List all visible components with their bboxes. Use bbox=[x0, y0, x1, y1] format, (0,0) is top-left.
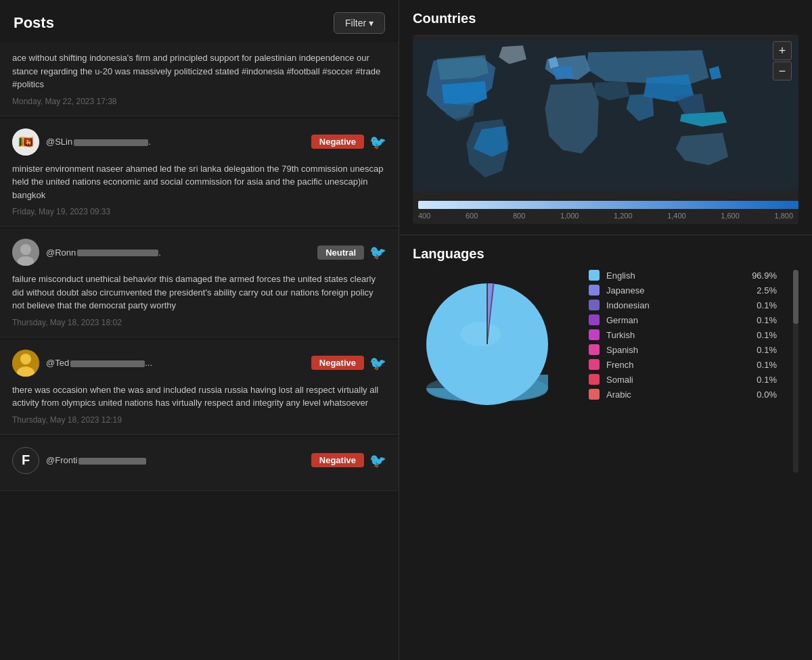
post-header: @Ronn. Neutral 🐦 bbox=[12, 239, 386, 266]
posts-title: Posts bbox=[14, 14, 54, 32]
language-color-swatch bbox=[589, 359, 600, 370]
language-legend: English 96.9% Japanese 2.5% Indonesian 0… bbox=[589, 270, 780, 400]
language-name: Japanese bbox=[606, 285, 740, 296]
post-card: @Ronn. Neutral 🐦 failure misconduct unet… bbox=[0, 229, 399, 337]
languages-content: English 96.9% Japanese 2.5% Indonesian 0… bbox=[413, 270, 798, 649]
map-axis: 400 600 800 1,000 1,200 1,400 1,600 1,80… bbox=[413, 210, 798, 220]
posts-header: Posts Filter ▾ bbox=[0, 0, 399, 42]
list-item: French 0.1% bbox=[589, 359, 777, 370]
list-item: Arabic 0.0% bbox=[589, 389, 777, 400]
world-map: + − bbox=[413, 34, 798, 224]
avatar bbox=[12, 350, 39, 377]
twitter-icon: 🐦 bbox=[369, 452, 386, 469]
twitter-icon: 🐦 bbox=[369, 355, 386, 371]
post-text: ace without shifting indonesia's firm an… bbox=[12, 51, 386, 91]
language-percent: 0.1% bbox=[746, 330, 777, 340]
language-percent: 0.1% bbox=[746, 375, 777, 385]
post-text: there was occasion when the was and incl… bbox=[12, 383, 386, 410]
post-user: F @Fronti bbox=[12, 447, 146, 474]
posts-list: ace without shifting indonesia's firm an… bbox=[0, 42, 399, 660]
language-name: English bbox=[606, 270, 740, 281]
list-item: English 96.9% bbox=[589, 270, 777, 281]
posts-panel: Posts Filter ▾ ace without shifting indo… bbox=[0, 0, 399, 660]
language-color-swatch bbox=[589, 285, 600, 296]
scrollbar-track[interactable] bbox=[793, 270, 798, 473]
avatar: 🇱🇰 bbox=[12, 128, 39, 156]
language-name: French bbox=[606, 360, 740, 370]
language-percent: 0.1% bbox=[746, 360, 777, 370]
svg-point-6 bbox=[20, 354, 31, 364]
language-percent: 0.1% bbox=[746, 345, 777, 355]
countries-title: Countries bbox=[413, 11, 798, 26]
language-color-swatch bbox=[589, 300, 600, 310]
username: @Ted... bbox=[46, 358, 152, 368]
svg-text:🇱🇰: 🇱🇰 bbox=[18, 135, 34, 149]
avatar bbox=[12, 239, 39, 266]
language-percent: 0.0% bbox=[746, 390, 777, 400]
post-date: Friday, May 19, 2023 09:33 bbox=[12, 207, 386, 216]
post-date: Thursday, May 18, 2023 18:02 bbox=[12, 318, 386, 327]
language-color-swatch bbox=[589, 314, 600, 325]
post-user: @Ted... bbox=[12, 350, 152, 377]
post-text: minister environment naseer ahamed led t… bbox=[12, 162, 386, 202]
language-color-swatch bbox=[589, 270, 600, 281]
languages-title: Languages bbox=[413, 246, 798, 262]
badge-actions: Negative 🐦 bbox=[311, 452, 386, 469]
username: @Fronti bbox=[46, 455, 146, 465]
post-header: F @Fronti Negative 🐦 bbox=[12, 447, 386, 474]
language-color-swatch bbox=[589, 329, 600, 340]
list-item: German 0.1% bbox=[589, 314, 777, 325]
map-colorbar bbox=[418, 201, 798, 209]
svg-point-3 bbox=[20, 244, 31, 255]
post-card: ace without shifting indonesia's firm an… bbox=[0, 42, 399, 116]
username: @SLin. bbox=[46, 137, 151, 147]
zoom-in-button[interactable]: + bbox=[773, 41, 792, 60]
pie-chart-container bbox=[413, 270, 575, 432]
sentiment-badge: Negative bbox=[311, 356, 364, 370]
twitter-icon: 🐦 bbox=[369, 244, 386, 260]
language-name: Spanish bbox=[606, 345, 740, 355]
sentiment-badge: Negative bbox=[311, 453, 364, 467]
language-percent: 0.1% bbox=[746, 315, 777, 325]
language-percent: 0.1% bbox=[746, 300, 777, 310]
post-user: @Ronn. bbox=[12, 239, 161, 266]
map-svg bbox=[413, 34, 798, 197]
language-name: Turkish bbox=[606, 330, 740, 340]
badge-actions: Neutral 🐦 bbox=[317, 244, 386, 260]
language-percent: 2.5% bbox=[746, 285, 777, 296]
list-item: Indonesian 0.1% bbox=[589, 300, 777, 310]
map-zoom-controls: + − bbox=[773, 41, 792, 80]
languages-section: Languages bbox=[399, 235, 812, 660]
badge-actions: Negative 🐦 bbox=[311, 134, 386, 150]
language-name: Somali bbox=[606, 375, 740, 385]
language-percent: 96.9% bbox=[746, 270, 777, 281]
scrollbar-thumb[interactable] bbox=[793, 270, 798, 324]
countries-section: Countries + − bbox=[399, 0, 812, 235]
zoom-out-button[interactable]: − bbox=[773, 62, 792, 80]
sentiment-badge: Negative bbox=[311, 135, 364, 149]
pie-chart bbox=[413, 270, 562, 419]
filter-button[interactable]: Filter ▾ bbox=[334, 12, 385, 34]
list-item: Japanese 2.5% bbox=[589, 285, 777, 296]
twitter-icon: 🐦 bbox=[369, 134, 386, 150]
post-text: failure misconduct unethical behavior th… bbox=[12, 273, 386, 312]
post-date: Thursday, May 18, 2023 12:19 bbox=[12, 415, 386, 425]
svg-point-12 bbox=[460, 322, 501, 346]
post-user: 🇱🇰 @SLin. bbox=[12, 128, 151, 156]
badge-actions: Negative 🐦 bbox=[311, 355, 386, 371]
username: @Ronn. bbox=[46, 248, 161, 258]
list-item: Turkish 0.1% bbox=[589, 329, 777, 340]
language-color-swatch bbox=[589, 374, 600, 385]
post-date: Monday, May 22, 2023 17:38 bbox=[12, 97, 386, 106]
post-card: @Ted... Negative 🐦 there was occasion wh… bbox=[0, 340, 399, 435]
post-card: F @Fronti Negative 🐦 bbox=[0, 438, 399, 491]
language-name: Arabic bbox=[606, 390, 740, 400]
avatar: F bbox=[12, 447, 39, 474]
list-item: Spanish 0.1% bbox=[589, 344, 777, 355]
right-panel: Countries + − bbox=[399, 0, 812, 660]
language-color-swatch bbox=[589, 389, 600, 400]
list-item: Somali 0.1% bbox=[589, 374, 777, 385]
post-header: @Ted... Negative 🐦 bbox=[12, 350, 386, 377]
sentiment-badge: Neutral bbox=[317, 245, 364, 260]
post-card: 🇱🇰 @SLin. Negative 🐦 minister environmen… bbox=[0, 119, 399, 227]
